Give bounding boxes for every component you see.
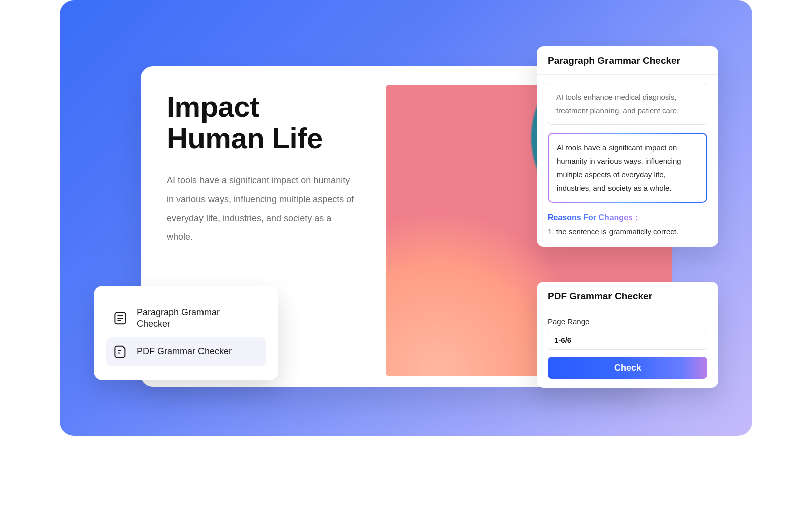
check-button[interactable]: Check <box>548 357 707 379</box>
paragraph-output-box: AI tools have a significant impact on hu… <box>548 133 707 203</box>
paragraph-output-text: AI tools have a significant impact on hu… <box>549 134 706 202</box>
check-button-label: Check <box>614 363 641 373</box>
document-body: AI tools have a significant impact on hu… <box>167 171 357 247</box>
menu-item-label: Paragraph Grammar Checker <box>137 307 247 330</box>
reasons-heading: Reasons For Changes： <box>548 213 641 223</box>
panel-title: PDF Grammar Checker <box>537 282 718 310</box>
document-title: Impact Human Life <box>167 91 323 154</box>
document-title-line1: Impact <box>167 90 259 123</box>
document-icon <box>113 344 128 359</box>
menu-item-label: PDF Grammar Checker <box>137 346 232 357</box>
tool-menu: Paragraph Grammar Checker PDF Grammar Ch… <box>94 286 278 380</box>
paragraph-grammar-checker-panel: Paragraph Grammar Checker AI tools enhan… <box>537 46 718 247</box>
canvas: Impact Human Life AI tools have a signif… <box>60 0 752 436</box>
page-range-label: Page Range <box>548 317 707 326</box>
menu-item-pdf-grammar-checker[interactable]: PDF Grammar Checker <box>106 337 266 366</box>
paragraph-input-box[interactable]: AI tools enhance medical diagnosis, trea… <box>548 83 707 125</box>
page-range-input[interactable] <box>548 330 707 350</box>
panel-title: Paragraph Grammar Checker <box>537 46 718 75</box>
paragraph-icon <box>113 311 128 326</box>
pdf-grammar-checker-panel: PDF Grammar Checker Page Range Check <box>537 282 718 388</box>
reason-item: 1. the sentence is grammaticlly correct. <box>548 226 707 238</box>
document-title-line2: Human Life <box>167 122 323 154</box>
menu-item-paragraph-grammar-checker[interactable]: Paragraph Grammar Checker <box>106 300 266 337</box>
